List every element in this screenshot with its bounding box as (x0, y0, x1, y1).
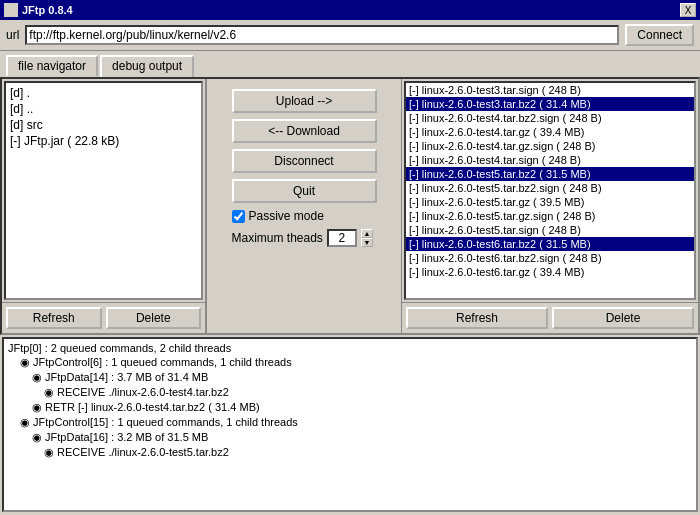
remote-refresh-button[interactable]: Refresh (406, 307, 548, 329)
thread-spinner: ▲ ▼ (361, 229, 373, 247)
remote-file-list[interactable]: [-] linux-2.6.0-test3.tar.sign ( 248 B)[… (404, 81, 696, 300)
tab-file-navigator[interactable]: file navigator (6, 55, 98, 77)
url-label: url (6, 28, 19, 42)
remote-file-item[interactable]: [-] linux-2.6.0-test5.tar.gz.sign ( 248 … (406, 209, 694, 223)
log-item[interactable]: ◉ JFtpData[16] : 3.2 MB of 31.5 MB (6, 430, 694, 445)
remote-delete-button[interactable]: Delete (552, 307, 694, 329)
passive-mode-label: Passive mode (249, 209, 324, 223)
log-item[interactable]: ◉ JFtpControl[15] : 1 queued commands, 1… (6, 415, 694, 430)
debug-log-area[interactable]: JFtp[0] : 2 queued commands, 2 child thr… (2, 337, 698, 512)
log-item[interactable]: ◉ RECEIVE ./linux-2.6.0-test4.tar.bz2 (6, 385, 694, 400)
remote-file-item[interactable]: [-] linux-2.6.0-test5.tar.bz2 ( 31.5 MB) (406, 167, 694, 181)
url-input[interactable] (25, 25, 619, 45)
log-item[interactable]: ◉ RETR [-] linux-2.6.0-test4.tar.bz2 ( 3… (6, 400, 694, 415)
download-button[interactable]: <-- Download (232, 119, 377, 143)
max-threads-input[interactable] (327, 229, 357, 247)
max-threads-label: Maximum theads (232, 231, 323, 245)
app-icon (4, 3, 18, 17)
tab-bar: file navigator debug output (0, 51, 700, 77)
close-button[interactable]: X (680, 3, 696, 17)
connect-button[interactable]: Connect (625, 24, 694, 46)
remote-file-item[interactable]: [-] linux-2.6.0-test4.tar.gz.sign ( 248 … (406, 139, 694, 153)
local-refresh-button[interactable]: Refresh (6, 307, 102, 329)
disconnect-button[interactable]: Disconnect (232, 149, 377, 173)
local-file-item[interactable]: [-] JFtp.jar ( 22.8 kB) (8, 133, 199, 149)
right-panel: [-] linux-2.6.0-test3.tar.sign ( 248 B)[… (402, 79, 698, 333)
log-item[interactable]: ◉ RECEIVE ./linux-2.6.0-test5.tar.bz2 (6, 445, 694, 460)
local-file-item[interactable]: [d] .. (8, 101, 199, 117)
remote-file-item[interactable]: [-] linux-2.6.0-test3.tar.bz2 ( 31.4 MB) (406, 97, 694, 111)
title-bar: JFtp 0.8.4 X (0, 0, 700, 20)
log-item[interactable]: ◉ JFtpData[14] : 3.7 MB of 31.4 MB (6, 370, 694, 385)
left-bottom-bar: Refresh Delete (2, 302, 205, 333)
passive-mode-row: Passive mode (232, 209, 377, 223)
thread-up-button[interactable]: ▲ (361, 229, 373, 238)
local-file-item[interactable]: [d] . (8, 85, 199, 101)
log-item[interactable]: ◉ JFtpControl[6] : 1 queued commands, 1 … (6, 355, 694, 370)
remote-file-item[interactable]: [-] linux-2.6.0-test6.tar.bz2.sign ( 248… (406, 251, 694, 265)
main-content: [d] .[d] ..[d] src[-] JFtp.jar ( 22.8 kB… (0, 77, 700, 335)
remote-file-item[interactable]: [-] linux-2.6.0-test4.tar.gz ( 39.4 MB) (406, 125, 694, 139)
left-panel: [d] .[d] ..[d] src[-] JFtp.jar ( 22.8 kB… (2, 79, 207, 333)
quit-button[interactable]: Quit (232, 179, 377, 203)
remote-file-item[interactable]: [-] linux-2.6.0-test5.tar.gz ( 39.5 MB) (406, 195, 694, 209)
upload-button[interactable]: Upload --> (232, 89, 377, 113)
tab-debug-output[interactable]: debug output (100, 55, 194, 77)
passive-mode-checkbox[interactable] (232, 210, 245, 223)
local-delete-button[interactable]: Delete (106, 307, 202, 329)
url-bar: url Connect (0, 20, 700, 51)
thread-down-button[interactable]: ▼ (361, 238, 373, 247)
remote-file-item[interactable]: [-] linux-2.6.0-test5.tar.sign ( 248 B) (406, 223, 694, 237)
remote-file-item[interactable]: [-] linux-2.6.0-test4.tar.bz2.sign ( 248… (406, 111, 694, 125)
log-item[interactable]: JFtp[0] : 2 queued commands, 2 child thr… (6, 341, 694, 355)
remote-file-item[interactable]: [-] linux-2.6.0-test3.tar.sign ( 248 B) (406, 83, 694, 97)
app-title: JFtp 0.8.4 (22, 4, 73, 16)
remote-file-item[interactable]: [-] linux-2.6.0-test6.tar.bz2 ( 31.5 MB) (406, 237, 694, 251)
controls-panel: Upload --> <-- Download Disconnect Quit … (207, 79, 402, 333)
remote-file-item[interactable]: [-] linux-2.6.0-test6.tar.gz ( 39.4 MB) (406, 265, 694, 279)
max-threads-row: Maximum theads ▲ ▼ (232, 229, 377, 247)
local-file-item[interactable]: [d] src (8, 117, 199, 133)
remote-file-item[interactable]: [-] linux-2.6.0-test5.tar.bz2.sign ( 248… (406, 181, 694, 195)
local-file-list[interactable]: [d] .[d] ..[d] src[-] JFtp.jar ( 22.8 kB… (4, 81, 203, 300)
right-bottom-bar: Refresh Delete (402, 302, 698, 333)
remote-file-item[interactable]: [-] linux-2.6.0-test4.tar.sign ( 248 B) (406, 153, 694, 167)
